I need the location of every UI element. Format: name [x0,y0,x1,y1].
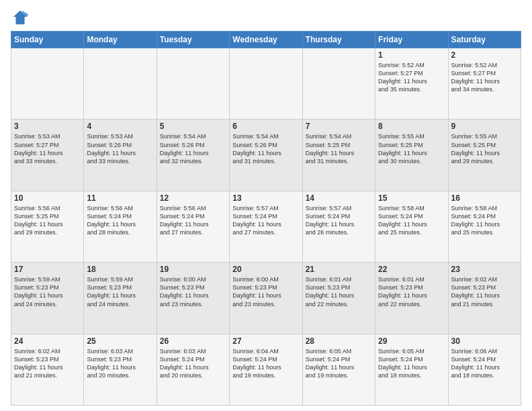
day-number: 22 [378,265,445,274]
day-number: 9 [451,122,518,131]
day-cell-28: 28Sunrise: 6:05 AM Sunset: 5:24 PM Dayli… [302,334,375,405]
day-info: Sunrise: 5:54 AM Sunset: 5:26 PM Dayligh… [160,132,226,165]
day-number: 13 [232,193,299,203]
day-info: Sunrise: 6:02 AM Sunset: 5:23 PM Dayligh… [451,275,518,308]
day-number: 11 [87,193,153,203]
day-info: Sunrise: 5:55 AM Sunset: 5:25 PM Dayligh… [451,132,518,165]
day-info: Sunrise: 5:59 AM Sunset: 5:23 PM Dayligh… [87,275,153,308]
day-cell-19: 19Sunrise: 6:00 AM Sunset: 5:23 PM Dayli… [157,263,229,334]
day-cell-15: 15Sunrise: 5:58 AM Sunset: 5:24 PM Dayli… [375,191,448,262]
week-row-2: 3Sunrise: 5:53 AM Sunset: 5:27 PM Daylig… [11,120,521,191]
weekday-header-row: SundayMondayTuesdayWednesdayThursdayFrid… [11,32,521,48]
day-cell-26: 26Sunrise: 6:03 AM Sunset: 5:24 PM Dayli… [157,334,229,405]
day-cell-7: 7Sunrise: 5:54 AM Sunset: 5:25 PM Daylig… [302,120,375,191]
day-info: Sunrise: 6:03 AM Sunset: 5:24 PM Dayligh… [160,347,226,380]
empty-cell [230,48,302,120]
day-cell-14: 14Sunrise: 5:57 AM Sunset: 5:24 PM Dayli… [302,191,375,262]
day-number: 14 [306,193,372,203]
day-info: Sunrise: 6:03 AM Sunset: 5:23 PM Dayligh… [87,347,153,380]
day-number: 25 [87,336,153,346]
day-info: Sunrise: 6:00 AM Sunset: 5:23 PM Dayligh… [160,275,226,308]
day-cell-1: 1Sunrise: 5:52 AM Sunset: 5:27 PM Daylig… [375,48,448,120]
day-number: 7 [306,122,372,131]
day-number: 5 [160,122,226,131]
day-cell-6: 6Sunrise: 5:54 AM Sunset: 5:26 PM Daylig… [230,120,302,191]
day-number: 12 [160,193,226,203]
day-info: Sunrise: 6:04 AM Sunset: 5:24 PM Dayligh… [232,347,299,380]
logo-icon [11,8,30,27]
day-cell-10: 10Sunrise: 5:56 AM Sunset: 5:25 PM Dayli… [11,191,84,262]
day-number: 27 [232,336,299,346]
day-cell-29: 29Sunrise: 6:05 AM Sunset: 5:24 PM Dayli… [375,334,448,405]
day-cell-27: 27Sunrise: 6:04 AM Sunset: 5:24 PM Dayli… [230,334,302,405]
day-number: 6 [232,122,299,131]
day-cell-12: 12Sunrise: 5:56 AM Sunset: 5:24 PM Dayli… [157,191,229,262]
weekday-header-sunday: Sunday [11,32,84,48]
empty-cell [302,48,375,120]
day-cell-11: 11Sunrise: 5:56 AM Sunset: 5:24 PM Dayli… [84,191,157,262]
day-info: Sunrise: 6:00 AM Sunset: 5:23 PM Dayligh… [232,275,299,308]
day-number: 4 [87,122,153,131]
day-cell-25: 25Sunrise: 6:03 AM Sunset: 5:23 PM Dayli… [84,334,157,405]
weekday-header-wednesday: Wednesday [230,32,302,48]
page: SundayMondayTuesdayWednesdayThursdayFrid… [0,0,532,411]
day-number: 3 [14,122,81,131]
day-number: 10 [14,193,81,203]
day-number: 18 [87,265,153,274]
week-row-1: 1Sunrise: 5:52 AM Sunset: 5:27 PM Daylig… [11,48,521,120]
day-cell-17: 17Sunrise: 5:59 AM Sunset: 5:23 PM Dayli… [11,263,84,334]
day-number: 17 [14,265,81,274]
day-info: Sunrise: 5:54 AM Sunset: 5:25 PM Dayligh… [306,132,372,165]
day-info: Sunrise: 5:56 AM Sunset: 5:24 PM Dayligh… [160,204,226,237]
logo [11,8,32,27]
day-number: 16 [451,193,518,203]
day-number: 21 [306,265,372,274]
day-number: 28 [306,336,372,346]
day-info: Sunrise: 5:56 AM Sunset: 5:25 PM Dayligh… [14,204,81,237]
empty-cell [157,48,229,120]
day-info: Sunrise: 5:54 AM Sunset: 5:26 PM Dayligh… [232,132,299,165]
day-cell-4: 4Sunrise: 5:53 AM Sunset: 5:26 PM Daylig… [84,120,157,191]
header [11,8,521,27]
day-cell-20: 20Sunrise: 6:00 AM Sunset: 5:23 PM Dayli… [230,263,302,334]
day-number: 23 [451,265,518,274]
day-info: Sunrise: 5:58 AM Sunset: 5:24 PM Dayligh… [378,204,445,237]
day-info: Sunrise: 5:57 AM Sunset: 5:24 PM Dayligh… [306,204,372,237]
day-number: 26 [160,336,226,346]
day-cell-23: 23Sunrise: 6:02 AM Sunset: 5:23 PM Dayli… [448,263,521,334]
day-number: 15 [378,193,445,203]
empty-cell [84,48,157,120]
day-cell-8: 8Sunrise: 5:55 AM Sunset: 5:25 PM Daylig… [375,120,448,191]
day-number: 20 [232,265,299,274]
calendar-table: SundayMondayTuesdayWednesdayThursdayFrid… [11,31,521,406]
day-cell-18: 18Sunrise: 5:59 AM Sunset: 5:23 PM Dayli… [84,263,157,334]
weekday-header-friday: Friday [375,32,448,48]
day-number: 29 [378,336,445,346]
day-number: 2 [451,50,518,60]
day-cell-5: 5Sunrise: 5:54 AM Sunset: 5:26 PM Daylig… [157,120,229,191]
weekday-header-monday: Monday [84,32,157,48]
calendar: SundayMondayTuesdayWednesdayThursdayFrid… [11,31,521,406]
day-info: Sunrise: 6:06 AM Sunset: 5:24 PM Dayligh… [451,347,518,380]
day-info: Sunrise: 5:58 AM Sunset: 5:24 PM Dayligh… [451,204,518,237]
day-info: Sunrise: 5:55 AM Sunset: 5:25 PM Dayligh… [378,132,445,165]
day-info: Sunrise: 6:01 AM Sunset: 5:23 PM Dayligh… [306,275,372,308]
day-info: Sunrise: 6:01 AM Sunset: 5:23 PM Dayligh… [378,275,445,308]
day-cell-21: 21Sunrise: 6:01 AM Sunset: 5:23 PM Dayli… [302,263,375,334]
day-info: Sunrise: 5:53 AM Sunset: 5:27 PM Dayligh… [14,132,81,165]
day-number: 8 [378,122,445,131]
day-info: Sunrise: 5:53 AM Sunset: 5:26 PM Dayligh… [87,132,153,165]
day-info: Sunrise: 5:59 AM Sunset: 5:23 PM Dayligh… [14,275,81,308]
day-info: Sunrise: 6:05 AM Sunset: 5:24 PM Dayligh… [378,347,445,380]
day-number: 1 [378,50,445,60]
day-number: 24 [14,336,81,346]
day-cell-16: 16Sunrise: 5:58 AM Sunset: 5:24 PM Dayli… [448,191,521,262]
day-info: Sunrise: 5:56 AM Sunset: 5:24 PM Dayligh… [87,204,153,237]
week-row-4: 17Sunrise: 5:59 AM Sunset: 5:23 PM Dayli… [11,263,521,334]
day-cell-22: 22Sunrise: 6:01 AM Sunset: 5:23 PM Dayli… [375,263,448,334]
day-cell-3: 3Sunrise: 5:53 AM Sunset: 5:27 PM Daylig… [11,120,84,191]
weekday-header-thursday: Thursday [302,32,375,48]
week-row-5: 24Sunrise: 6:02 AM Sunset: 5:23 PM Dayli… [11,334,521,405]
day-cell-30: 30Sunrise: 6:06 AM Sunset: 5:24 PM Dayli… [448,334,521,405]
day-info: Sunrise: 6:02 AM Sunset: 5:23 PM Dayligh… [14,347,81,380]
